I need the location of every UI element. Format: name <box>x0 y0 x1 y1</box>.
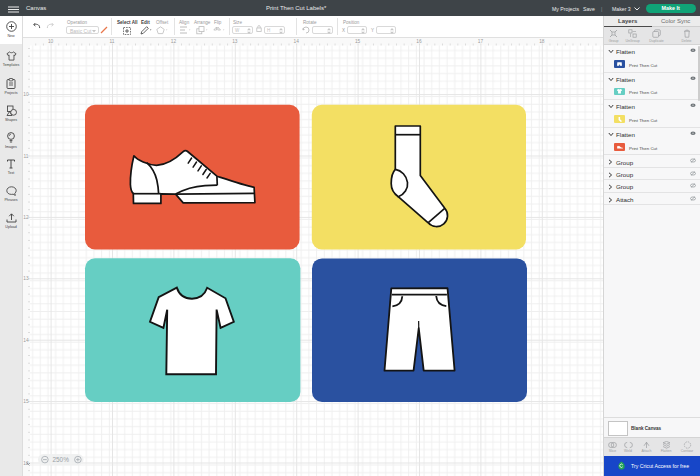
svg-text:14: 14 <box>294 39 300 44</box>
svg-text:10: 10 <box>48 39 54 44</box>
svg-text:14: 14 <box>23 338 29 343</box>
svg-text:16: 16 <box>416 39 422 44</box>
svg-text:15: 15 <box>23 399 29 404</box>
svg-text:10: 10 <box>23 92 29 97</box>
svg-text:250%: 250% <box>53 456 70 463</box>
svg-text:12: 12 <box>23 215 29 220</box>
svg-text:11: 11 <box>110 39 115 44</box>
svg-text:18: 18 <box>539 39 545 44</box>
svg-text:15: 15 <box>355 39 361 44</box>
svg-text:13: 13 <box>23 276 29 281</box>
svg-text:11: 11 <box>24 154 29 159</box>
svg-text:13: 13 <box>232 39 238 44</box>
svg-text:16: 16 <box>23 461 29 466</box>
svg-text:17: 17 <box>478 39 484 44</box>
svg-text:12: 12 <box>171 39 177 44</box>
